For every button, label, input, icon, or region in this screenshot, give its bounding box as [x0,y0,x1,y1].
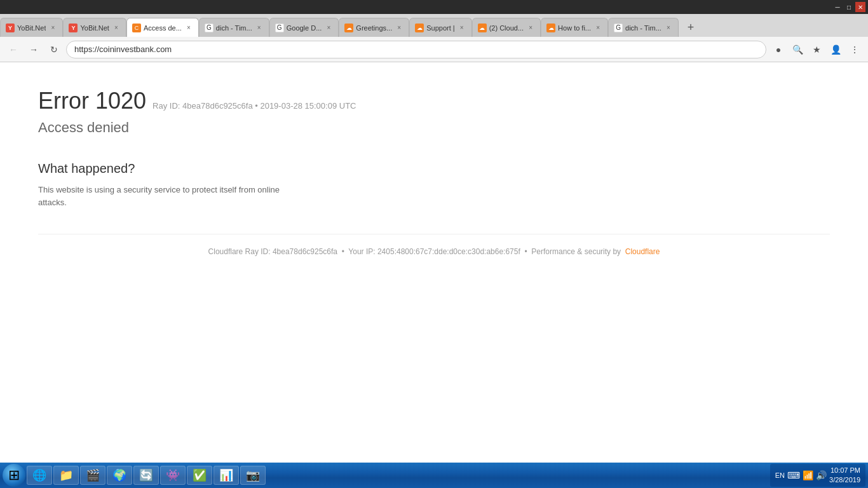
clock-date: 3/28/2019 [829,475,860,485]
footer-ip: Your IP: 2405:4800:67c7:dde:d0ce:c30d:ab… [348,247,520,256]
taskbar-media[interactable]: 🎬 [80,466,105,485]
tab-label: (2) Cloud... [489,24,524,32]
search-icon[interactable]: 🔍 [789,41,806,58]
tab-label: Access de... [144,24,182,32]
taskbar-explorer[interactable]: 📁 [53,466,79,485]
tab-label: How to fi... [558,24,591,32]
translate-icon[interactable]: ● [770,41,787,58]
volume-icon[interactable]: 🔊 [816,470,827,480]
tab-tab10[interactable]: Gdich - Tim...× [608,18,679,37]
error-code: Error 1020 [38,88,146,114]
tab-close[interactable]: × [184,24,193,32]
error-title: Access denied [38,119,830,136]
taskbar-app5[interactable]: 📷 [240,466,266,485]
keyboard-icon[interactable]: ⌨ [787,470,800,480]
tab-close[interactable]: × [395,24,403,32]
tab-label: dich - Tim... [625,24,661,32]
maximize-button[interactable]: □ [844,2,854,12]
tab-tab4[interactable]: Gdich - Tim...× [199,18,269,37]
taskbar: ⊞ 🌐 📁 🎬 🌍 🔄 👾 ✅ 📊 📷 EN ⌨ 📶 🔊 10:07 PM 3/… [0,463,868,488]
footer: Cloudflare Ray ID: 4bea78d6c925c6fa • Yo… [38,234,830,256]
tab-close[interactable]: × [458,24,466,32]
close-button[interactable]: ✕ [855,2,865,12]
bookmark-icon[interactable]: ★ [808,41,825,58]
address-input[interactable] [66,41,766,58]
tab-favicon: ☁ [415,24,424,32]
tab-close[interactable]: × [664,24,673,32]
tab-label: YoBit.Net [80,24,109,32]
tab-favicon: G [205,24,214,32]
new-tab-button[interactable]: + [681,18,700,37]
tab-favicon: Y [69,24,78,32]
tab-bar: YYoBit.Net×YYoBit.Net×CAccess de...×Gdic… [0,14,868,37]
tab-label: Support | [426,24,454,32]
menu-icon[interactable]: ⋮ [846,41,863,58]
system-tray: EN ⌨ 📶 🔊 10:07 PM 3/28/2019 [770,464,865,487]
tab-close[interactable]: × [526,24,535,32]
footer-perf: Performance & security by [531,247,621,256]
reload-button[interactable]: ↻ [46,41,62,58]
profile-icon[interactable]: 👤 [827,41,844,58]
taskbar-app2[interactable]: 👾 [160,466,186,485]
title-bar: ─ □ ✕ [0,0,868,14]
language-selector[interactable]: EN [775,471,785,479]
tab-favicon: G [275,24,284,32]
tab-tab9[interactable]: ☁How to fi...× [541,18,608,37]
taskbar-app3[interactable]: ✅ [187,466,212,485]
tab-close[interactable]: × [324,24,333,32]
what-happened-heading: What happened? [38,161,830,176]
tab-favicon: ☁ [546,24,555,32]
tab-close[interactable]: × [255,24,264,32]
tab-label: dich - Tim... [216,24,252,32]
tab-close[interactable]: × [112,24,121,32]
tab-tab5[interactable]: GGoogle D...× [269,18,339,37]
tab-favicon: C [132,24,141,32]
ray-info: Ray ID: 4bea78d6c925c6fa • 2019-03-28 15… [153,101,356,111]
tab-favicon: ☁ [344,24,353,32]
tab-tab7[interactable]: ☁Support |× [409,18,471,37]
tab-tab6[interactable]: ☁Greetings...× [339,18,409,37]
back-button[interactable]: ← [5,41,22,58]
taskbar-app4[interactable]: 📊 [214,466,239,485]
forward-button[interactable]: → [25,41,42,58]
tab-close[interactable]: × [48,24,57,32]
tab-tab1[interactable]: YYoBit.Net× [0,18,63,37]
network-icon[interactable]: 📶 [803,470,813,480]
browser-content: Error 1020 Ray ID: 4bea78d6c925c6fa • 20… [0,62,868,463]
tab-close[interactable]: × [593,24,602,32]
taskbar-app1[interactable]: 🔄 [133,466,159,485]
taskbar-chrome[interactable]: 🌍 [107,466,132,485]
tab-label: YoBit.Net [17,24,46,32]
tab-label: Greetings... [356,24,392,32]
minimize-button[interactable]: ─ [832,2,843,12]
window-controls: ─ □ ✕ [832,2,865,12]
address-bar: ← → ↻ ● 🔍 ★ 👤 ⋮ [0,37,868,62]
tab-favicon: Y [6,24,15,32]
tab-favicon: ☁ [478,24,487,32]
taskbar-ie[interactable]: 🌐 [27,466,52,485]
tab-tab8[interactable]: ☁(2) Cloud...× [472,18,541,37]
cloudflare-link[interactable]: Cloudflare [625,247,660,256]
tab-tab3[interactable]: CAccess de...× [126,18,199,37]
tab-label: Google D... [287,24,322,32]
description-text: This website is using a security service… [38,184,292,208]
tab-tab2[interactable]: YYoBit.Net× [63,18,126,37]
tab-favicon: G [614,24,623,32]
start-button[interactable]: ⊞ [3,464,25,487]
footer-ray: Cloudflare Ray ID: 4bea78d6c925c6fa [208,247,337,256]
clock-time: 10:07 PM [829,466,860,475]
